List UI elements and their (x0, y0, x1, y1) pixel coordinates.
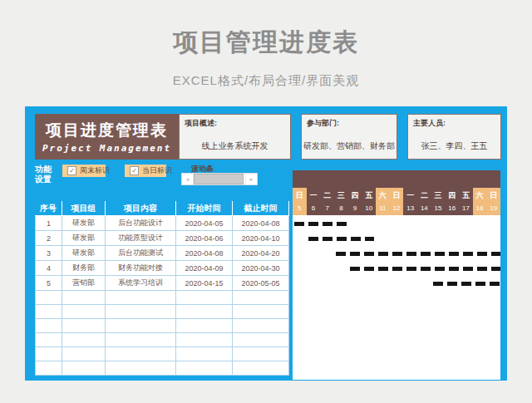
table-cell[interactable]: 2020-04-09 (176, 261, 233, 276)
scrollbar-thumb[interactable] (194, 174, 244, 184)
table-cell[interactable] (62, 319, 106, 333)
table-cell[interactable]: 2020-04-15 (176, 276, 233, 291)
table-header-cell: 项目组 (62, 201, 106, 216)
table-cell[interactable] (35, 347, 62, 361)
table-cell[interactable] (35, 291, 62, 305)
gantt-date-cell: 18 (473, 203, 487, 215)
table-empty-row (35, 333, 289, 347)
table-cell[interactable] (233, 347, 289, 361)
table-cell[interactable]: 系统学习培训 (106, 276, 176, 291)
table-cell[interactable] (35, 319, 62, 333)
table-cell[interactable] (176, 291, 233, 305)
info-box-value: 张三、李四、王五 (408, 140, 500, 152)
table-cell[interactable] (62, 347, 106, 361)
gantt-body (293, 215, 500, 380)
checkbox-label: 当日标识 (142, 165, 172, 176)
table-cell[interactable] (62, 305, 106, 319)
gantt-weekday-cell: 五 (459, 188, 473, 203)
table-cell[interactable] (106, 291, 176, 305)
table-row: 5营销部系统学习培训2020-04-152020-05-05 (35, 276, 289, 291)
gantt-weekday-cell: 四 (348, 188, 362, 203)
table-cell[interactable]: 研发部 (62, 216, 106, 231)
scroll-right-icon[interactable]: ▸ (245, 174, 257, 184)
table-cell[interactable] (176, 305, 233, 319)
table-cell[interactable]: 2 (35, 231, 62, 246)
checkbox-label: 周末标识 (80, 165, 110, 176)
table-row: 1研发部后台功能设计2020-04-052020-04-08 (35, 216, 289, 231)
gantt-bar (336, 252, 500, 256)
gantt-date-cell: 10 (362, 203, 376, 215)
weekend-flag-checkbox[interactable]: ✓周末标识 (62, 165, 106, 177)
table-cell[interactable] (62, 333, 106, 347)
table-cell[interactable]: 营销部 (62, 276, 106, 291)
today-flag-checkbox[interactable]: ✓当日标识 (125, 165, 166, 177)
table-empty-row (35, 291, 289, 305)
table-cell[interactable]: 后台功能设计 (106, 216, 176, 231)
table-cell[interactable]: 2020-04-30 (233, 261, 289, 276)
table-cell[interactable]: 2020-05-05 (233, 276, 289, 291)
table-cell[interactable]: 3 (35, 246, 62, 261)
horizontal-scrollbar[interactable]: ◂ ▸ (181, 173, 258, 185)
table-empty-row (35, 361, 289, 376)
gantt-weekday-cell: 六 (473, 188, 487, 203)
table-cell[interactable]: 1 (35, 216, 62, 231)
table-cell[interactable]: 2020-04-05 (176, 216, 233, 231)
table-cell[interactable] (62, 361, 106, 376)
gantt-weekday-row: 日一二三四五六日一二三四五六日 (293, 188, 500, 203)
table-header-cell: 截止时间 (233, 201, 289, 216)
scroll-left-icon[interactable]: ◂ (182, 174, 194, 184)
gantt-bar (294, 222, 347, 226)
table-header-cell: 项目内容 (106, 201, 176, 216)
table-cell[interactable] (176, 361, 233, 376)
table-cell[interactable] (62, 291, 106, 305)
table-cell[interactable]: 2020-04-08 (176, 246, 233, 261)
info-box-label: 项目概述: (185, 118, 217, 129)
table-cell[interactable]: 4 (35, 261, 62, 276)
table-cell[interactable] (106, 319, 176, 333)
gantt-weekday-cell: 日 (486, 188, 500, 203)
table-cell[interactable] (106, 347, 176, 361)
table-cell[interactable] (176, 347, 233, 361)
table-cell[interactable]: 财务部 (62, 261, 106, 276)
gantt-bar (350, 267, 500, 271)
table-header-row: 序号项目组项目内容开始时间截止时间 (35, 201, 289, 216)
info-box-label: 参与部门: (307, 118, 339, 129)
table-cell[interactable] (233, 305, 289, 319)
table-cell[interactable]: 2020-04-08 (233, 216, 289, 231)
table-cell[interactable]: 财务功能对接 (106, 261, 176, 276)
table-cell[interactable] (106, 305, 176, 319)
table-cell[interactable] (176, 333, 233, 347)
info-box-value: 研发部、营销部、财务部 (302, 140, 397, 152)
gantt-date-cell: 15 (431, 203, 446, 215)
table-empty-row (35, 319, 289, 333)
gantt-date-cell: 6 (307, 203, 321, 215)
table-cell[interactable] (176, 319, 233, 333)
table-cell[interactable] (233, 361, 289, 376)
table-cell[interactable] (35, 305, 62, 319)
gantt-weekday-cell: 四 (445, 188, 459, 203)
info-box: 项目概述:线上业务系统开发 (179, 114, 291, 160)
gantt-weekday-cell: 日 (390, 188, 404, 203)
table-cell[interactable]: 2020-04-10 (233, 231, 289, 246)
settings-label-line1: 功能 (35, 165, 52, 174)
table-header-cell: 序号 (35, 201, 62, 216)
gantt-bar (433, 282, 500, 286)
table-cell[interactable] (35, 361, 62, 376)
table-cell[interactable]: 2020-04-20 (233, 246, 289, 261)
info-box-label: 主要人员: (413, 118, 446, 129)
table-cell[interactable]: 研发部 (62, 231, 106, 246)
table-cell[interactable]: 功能原型设计 (106, 231, 176, 246)
table-cell[interactable]: 2020-04-06 (176, 231, 233, 246)
table-cell[interactable] (35, 333, 62, 347)
table-cell[interactable]: 后台功能测试 (106, 246, 176, 261)
table-cell[interactable] (106, 361, 176, 376)
table-cell[interactable] (233, 319, 289, 333)
gantt-date-cell: 17 (459, 203, 473, 215)
spreadsheet-panel: 项目进度管理表 Project Management 项目概述:线上业务系统开发… (25, 106, 507, 381)
table-cell[interactable] (233, 333, 289, 347)
table-cell[interactable] (233, 291, 289, 305)
table-cell[interactable]: 研发部 (62, 246, 106, 261)
table-cell[interactable] (106, 333, 176, 347)
gantt-weekday-cell: 二 (417, 188, 431, 203)
table-cell[interactable]: 5 (35, 276, 62, 291)
